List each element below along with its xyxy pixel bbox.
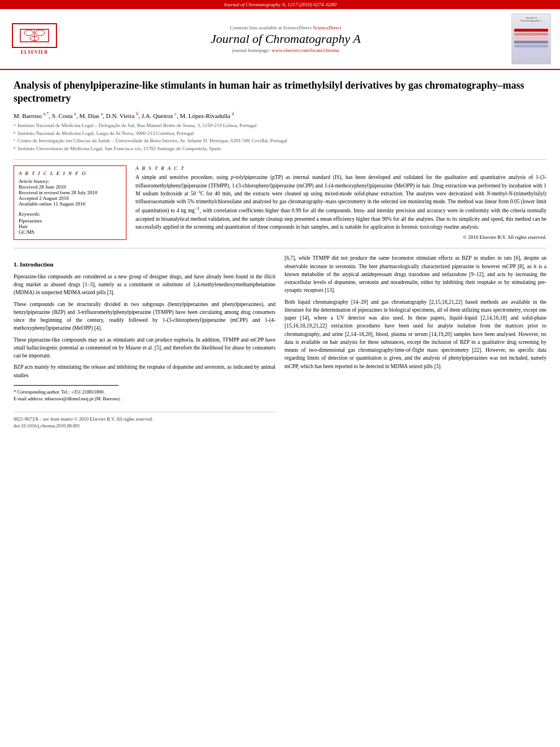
affiliations-block: a Instituto Nacional de Medicina Legal –… xyxy=(14,122,546,152)
article-info-label: A R T I C L E I N F O xyxy=(19,171,121,176)
elsevier-brand-label: ELSEVIER xyxy=(21,50,48,55)
article-history-group: Article history: Received 28 June 2010 R… xyxy=(19,178,121,207)
article-content: Analysis of phenylpiperazine-like stimul… xyxy=(0,70,560,439)
svg-rect-7 xyxy=(514,37,548,40)
footnote-corresponding: * Corresponding author. Tel.: +351 21881… xyxy=(14,389,275,396)
svg-rect-5 xyxy=(514,29,548,32)
abstract-column: A B S T R A C T A simple and sensitive p… xyxy=(135,165,546,240)
revised-date: Received in revised form 28 July 2010 xyxy=(19,190,121,195)
intro-heading: 1. Introduction xyxy=(14,260,275,269)
body-right-col: [6,7], while TFMPP did not produce the s… xyxy=(285,254,546,430)
article-title: Analysis of phenylpiperazine-like stimul… xyxy=(14,79,546,106)
affiliation-a: a Instituto Nacional de Medicina Legal –… xyxy=(14,122,546,130)
body-para-1: Piperazine-like compounds are considered… xyxy=(14,273,275,297)
footer-issn: 0021-9673/$ – see front matter © 2010 El… xyxy=(14,416,275,423)
article-info-column: A R T I C L E I N F O Article history: R… xyxy=(14,165,126,240)
svg-point-2 xyxy=(24,30,33,36)
received-date: Received 28 June 2010 xyxy=(19,184,121,190)
article-info-box: A R T I C L E I N F O Article history: R… xyxy=(14,165,126,240)
journal-citation-bar: Journal of Chromatography A, 1217 (2010)… xyxy=(0,0,560,9)
body-two-col: 1. Introduction Piperazine-like compound… xyxy=(14,254,546,430)
journal-citation-text: Journal of Chromatography A, 1217 (2010)… xyxy=(224,2,336,7)
affiliation-d: d Instituto Universitario de Medicina Le… xyxy=(14,145,546,153)
svg-rect-6 xyxy=(514,33,548,36)
available-date: Available online 11 August 2010 xyxy=(19,201,121,207)
svg-rect-8 xyxy=(514,41,548,43)
body-left-col: 1. Introduction Piperazine-like compound… xyxy=(14,254,275,430)
accepted-date: Accepted 2 August 2010 xyxy=(19,195,121,201)
affiliation-b: b Instituto Nacional de Medicina Legal, … xyxy=(14,130,546,138)
sciencedirect-link[interactable]: ScienceDirect xyxy=(313,25,341,30)
body-para-2: These compounds can be structurally divi… xyxy=(14,300,275,333)
history-label: Article history: xyxy=(19,178,121,184)
elsevier-logo-box xyxy=(12,23,57,48)
abstract-text: A simple and sensitive procedure, using … xyxy=(135,173,546,231)
svg-rect-10 xyxy=(514,49,548,51)
elsevier-tree-icon xyxy=(15,25,54,46)
keywords-label: Keywords: xyxy=(19,211,121,217)
footer-doi: doi:10.1016/j.chroma.2010.08.001 xyxy=(14,422,275,430)
cover-stripes-graphic xyxy=(514,29,548,51)
journal-center: Contents lists available at ScienceDirec… xyxy=(67,25,505,53)
info-abstract-row: A R T I C L E I N F O Article history: R… xyxy=(14,165,546,240)
footnote-divider xyxy=(14,385,119,386)
authors-line: M. Barroso a,*, S. Costa a, M. Dias a, D… xyxy=(14,111,546,119)
journal-cover-image: Journal ofChromatography A xyxy=(511,14,551,64)
abstract-label: A B S T R A C T xyxy=(135,165,546,171)
body-para-3: These piperazine-like compounds may act … xyxy=(14,336,275,360)
journal-homepage-link[interactable]: www.elsevier.com/locate/chroma xyxy=(272,47,339,53)
journal-header: ELSEVIER Contents lists available at Sci… xyxy=(0,9,560,70)
footer-info: 0021-9673/$ – see front matter © 2010 El… xyxy=(14,412,275,430)
body-para-4: BZP acts mainly by stimulating the relea… xyxy=(14,363,275,379)
section-divider-2 xyxy=(14,248,546,248)
footnote-email: E-mail address: mbarroso@dlimul.moj.pt (… xyxy=(14,396,275,403)
svg-point-3 xyxy=(36,30,45,36)
keywords-list: PiperazinesHairGC/MS xyxy=(19,218,121,235)
section-divider-1 xyxy=(14,159,546,160)
elsevier-logo: ELSEVIER xyxy=(9,23,60,55)
affiliation-c: c Centro de Investigação em Ciências da … xyxy=(14,137,546,145)
journal-title: Journal of Chromatography A xyxy=(67,32,505,46)
keywords-section: Keywords: PiperazinesHairGC/MS xyxy=(19,211,121,235)
sciencedirect-line: Contents lists available at ScienceDirec… xyxy=(67,25,505,30)
body-para-right-1: [6,7], while TFMPP did not produce the s… xyxy=(285,254,546,294)
body-para-right-2: Both liquid chromatography [14–20] and g… xyxy=(285,298,546,370)
journal-homepage-line: journal homepage: www.elsevier.com/locat… xyxy=(67,47,505,53)
svg-rect-9 xyxy=(514,45,548,47)
copyright-text: © 2010 Elsevier B.V. All rights reserved… xyxy=(135,234,546,240)
